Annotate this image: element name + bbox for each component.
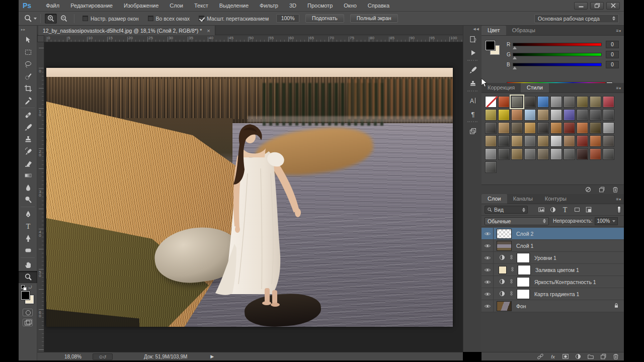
filter-adjustment-icon[interactable] [549,206,556,213]
style-swatch-44[interactable] [537,148,549,160]
history-brush-tool[interactable] [19,145,37,157]
style-swatch-36[interactable] [564,135,575,147]
gradient-tool[interactable] [19,169,37,182]
checkbox-box[interactable] [199,16,204,21]
style-swatch-1[interactable] [498,96,510,108]
visibility-eye-icon[interactable] [481,240,494,251]
status-scrubby-icon[interactable]: ⊙↺ [93,353,113,360]
styles-new-style-icon[interactable] [598,186,605,193]
close-button[interactable] [606,2,620,10]
style-swatch-19[interactable] [603,109,614,121]
canvas-image[interactable] [46,68,453,327]
style-swatch-8[interactable] [590,96,601,108]
minimize-button[interactable] [574,2,588,10]
canvas-pasteboard[interactable] [44,42,463,360]
layer-row-Заливка цветом 1[interactable]: Заливка цветом 1 [481,264,624,276]
layer-filter-select[interactable]: Вид [485,206,528,214]
style-swatch-7[interactable] [577,96,588,108]
layer-row-Фон[interactable]: Фон [481,300,624,312]
layers-adjustment-icon[interactable] [575,353,582,360]
G-value-field[interactable]: 0 [606,51,619,58]
brush-tool[interactable] [19,121,37,133]
hand-tool[interactable] [19,259,37,271]
layer-row-Карта градиента 1[interactable]: Карта градиента 1 [481,288,624,300]
style-swatch-15[interactable] [550,109,562,121]
filter-shape-icon[interactable] [574,206,581,213]
style-swatch-5[interactable] [550,96,562,108]
style-swatch-48[interactable] [590,148,601,160]
menu-Слои[interactable]: Слои [164,0,189,11]
marquee-tool[interactable] [19,46,37,58]
paragraph-panel-icon[interactable]: ¶ [463,107,482,121]
clone-stamp-tool[interactable] [19,133,37,145]
panel-menu-icon[interactable]: ≡ [616,197,621,202]
filter-pixel-icon[interactable] [538,206,545,213]
character-panel-icon[interactable]: A [463,94,482,107]
layer-mask-thumbnail[interactable] [518,265,531,275]
menu-Файл[interactable]: Файл [40,0,65,11]
style-swatch-27[interactable] [577,122,588,134]
layer-name[interactable]: Заливка цветом 1 [535,267,579,273]
filter-toggle-switch[interactable] [617,206,621,213]
layer-name[interactable]: Фон [516,303,526,309]
lasso-tool[interactable] [19,58,37,70]
clone-source-panel-icon[interactable] [463,76,482,90]
style-swatch-10[interactable] [485,109,497,121]
style-swatch-6[interactable] [564,96,575,108]
G-slider[interactable] [513,53,602,56]
visibility-eye-icon[interactable] [481,300,494,312]
layer-lock-icon[interactable] [613,303,619,310]
style-swatch-31[interactable] [498,135,510,147]
visibility-eye-icon[interactable] [481,252,494,263]
zoom-tool-icon[interactable] [24,14,37,23]
adjustment-icon[interactable] [499,290,506,298]
brush-settings-panel-icon[interactable] [463,63,482,76]
checkbox-Масшт. перетаскиванием[interactable]: Масшт. перетаскиванием [199,16,269,22]
history-panel-icon[interactable] [463,32,482,46]
panel-menu-icon[interactable]: ≡ [616,85,621,90]
visibility-eye-icon[interactable] [481,264,494,276]
visibility-eye-icon[interactable] [481,276,494,288]
zoom-out-button[interactable] [58,14,70,24]
filter-type-icon[interactable]: T [561,206,569,214]
layer-row-Слой 2[interactable]: Слой 2 [481,228,624,240]
layers-tab-Контуры[interactable]: Контуры [539,194,573,204]
fullscreen-button[interactable]: Полный экран [350,14,398,23]
tool-preset-caret-icon[interactable] [34,18,37,20]
color-tab-Цвет[interactable]: Цвет [481,26,506,35]
style-swatch-46[interactable] [564,148,575,160]
layers-fx-icon[interactable]: fx [549,353,556,360]
layer-comps-panel-icon[interactable] [463,124,482,138]
actions-panel-icon[interactable] [463,46,482,59]
layer-row-Слой 1[interactable]: Слой 1 [481,240,624,252]
style-swatch-29[interactable] [603,122,614,134]
visibility-eye-icon[interactable] [481,288,494,300]
layer-mask-thumbnail[interactable] [517,289,530,299]
crop-tool[interactable] [19,82,37,95]
menu-Окно[interactable]: Окно [338,0,362,11]
style-swatch-35[interactable] [550,135,562,147]
checkbox-Во всех окнах[interactable]: Во всех окнах [148,16,190,22]
move-tool[interactable] [19,34,37,46]
status-options-arrow-icon[interactable]: ▶ [210,354,214,359]
blend-mode-select[interactable]: Обычные [485,217,549,225]
style-swatch-40[interactable] [485,148,497,160]
fit-screen-button[interactable]: Подогнать [305,14,344,23]
foreground-color-swatch[interactable] [21,291,30,300]
layers-trash-icon[interactable] [612,353,619,360]
layer-thumbnail[interactable] [497,301,512,311]
layer-name[interactable]: Слой 1 [516,243,533,249]
screen-mode-button[interactable] [23,319,33,326]
layers-new-layer-icon[interactable] [600,353,607,360]
style-swatch-50[interactable] [485,161,497,173]
style-swatch-45[interactable] [550,148,562,160]
layer-name[interactable]: Уровни 1 [534,255,556,261]
layer-name[interactable]: Карта градиента 1 [534,291,579,297]
style-swatch-9[interactable] [603,96,614,108]
opacity-field[interactable]: 100% [595,217,618,225]
mask-link-icon[interactable] [510,266,515,273]
layers-link-icon[interactable] [537,353,544,360]
layer-thumbnail[interactable] [497,229,512,239]
layer-thumbnail[interactable] [497,241,512,251]
layer-row-Уровни 1[interactable]: Уровни 1 [481,252,624,264]
